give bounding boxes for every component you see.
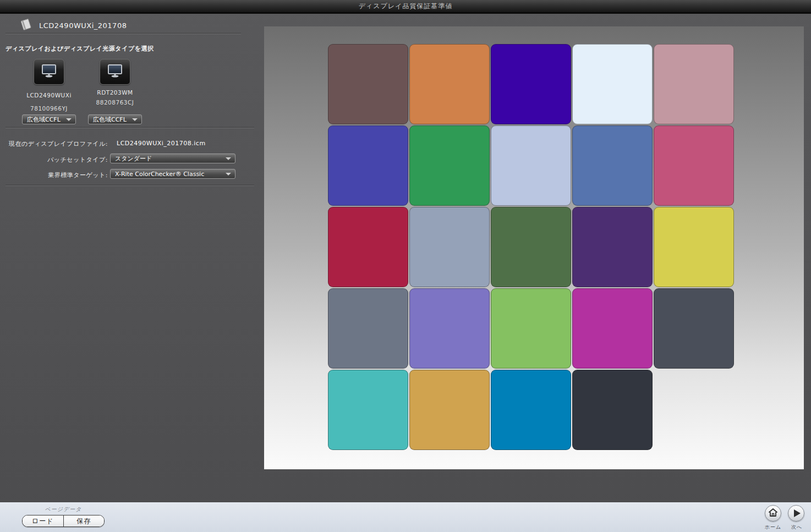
profile-document-icon	[19, 18, 33, 33]
color-patch[interactable]	[409, 288, 490, 369]
display-1-serial: 78100966YJ	[22, 105, 76, 112]
color-patch[interactable]	[409, 370, 490, 450]
color-patch[interactable]	[328, 370, 408, 450]
color-patch[interactable]	[409, 44, 490, 124]
color-patch[interactable]	[328, 44, 408, 124]
footer-bar: ページデータ ロード 保存 ホーム 次へ	[0, 502, 811, 532]
patch-set-type-value: スタンダード	[115, 155, 152, 162]
color-patch[interactable]	[654, 125, 734, 206]
separator	[6, 127, 254, 128]
profile-name-title: LCD2490WUXi_201708	[39, 21, 127, 30]
current-profile-label: 現在のディスプレイプロファイル:	[6, 140, 108, 148]
color-patch[interactable]	[572, 125, 653, 206]
color-patch[interactable]	[491, 288, 571, 369]
color-patch[interactable]	[328, 125, 408, 206]
color-patch[interactable]	[409, 207, 490, 287]
display-selector-1: LCD2490WUXi 78100966YJ 広色域CCFL	[22, 59, 76, 112]
color-patch[interactable]	[572, 288, 653, 369]
industry-target-value: X-Rite ColorChecker® Classic	[115, 171, 204, 178]
page-data-group: ページデータ ロード 保存	[22, 506, 105, 527]
separator	[6, 33, 241, 34]
next-button-label: 次へ	[785, 524, 809, 531]
save-button[interactable]: 保存	[64, 515, 105, 526]
color-patch[interactable]	[491, 370, 571, 450]
display-2-serial: 88208763CJ	[88, 99, 142, 106]
monitor-icon	[41, 64, 57, 80]
load-button[interactable]: ロード	[23, 515, 64, 526]
separator	[6, 185, 254, 186]
color-patch[interactable]	[572, 207, 653, 287]
display-selector-2: RDT203WM 88208763CJ 広色域CCFL	[88, 59, 142, 106]
play-next-icon	[794, 509, 801, 517]
color-patch[interactable]	[491, 44, 571, 124]
page-data-buttons: ロード 保存	[22, 515, 105, 527]
color-patch[interactable]	[491, 207, 571, 287]
current-profile-value: LCD2490WUXi_201708.icm	[117, 140, 206, 147]
patch-grid	[328, 44, 734, 450]
display-2-button[interactable]	[100, 59, 130, 85]
chevron-down-icon	[226, 173, 231, 175]
profile-header: LCD2490WUXi_201708	[19, 18, 127, 33]
display-2-light-source-value: 広色域CCFL	[93, 116, 127, 123]
home-button-label: ホーム	[761, 524, 785, 531]
display-1-name: LCD2490WUXi	[22, 92, 76, 98]
industry-target-label: 業界標準ターゲット:	[6, 171, 108, 179]
color-patch[interactable]	[328, 207, 408, 287]
color-patch[interactable]	[491, 125, 571, 206]
industry-target-dropdown[interactable]: X-Rite ColorChecker® Classic	[110, 169, 235, 179]
chevron-down-icon	[226, 157, 231, 160]
color-patch[interactable]	[572, 370, 653, 450]
display-select-section-label: ディスプレイおよびディスプレイ光源タイプを選択	[6, 45, 154, 53]
display-1-button[interactable]	[34, 59, 64, 85]
page-data-label: ページデータ	[22, 506, 105, 513]
window-title-bar: ディスプレイ品質保証基準値	[0, 0, 811, 14]
next-button[interactable]	[788, 505, 804, 522]
home-icon	[768, 508, 778, 519]
chevron-down-icon	[66, 118, 72, 121]
display-2-name: RDT203WM	[88, 89, 142, 96]
display-2-light-source-dropdown[interactable]: 広色域CCFL	[88, 114, 142, 124]
home-button[interactable]	[765, 505, 781, 522]
color-patch[interactable]	[328, 288, 408, 369]
patch-set-type-label: パッチセットタイプ:	[6, 156, 108, 164]
color-patch[interactable]	[654, 44, 734, 124]
color-patch[interactable]	[654, 207, 734, 287]
monitor-icon	[107, 64, 123, 80]
color-patch[interactable]	[654, 288, 734, 369]
patch-set-type-dropdown[interactable]: スタンダード	[110, 153, 235, 163]
color-patch[interactable]	[572, 44, 653, 124]
color-patch[interactable]	[409, 125, 490, 206]
patch-preview-panel	[264, 26, 804, 469]
chevron-down-icon	[132, 118, 138, 121]
display-1-light-source-value: 広色域CCFL	[27, 116, 61, 123]
display-1-light-source-dropdown[interactable]: 広色域CCFL	[22, 114, 76, 124]
window-title: ディスプレイ品質保証基準値	[359, 2, 453, 10]
